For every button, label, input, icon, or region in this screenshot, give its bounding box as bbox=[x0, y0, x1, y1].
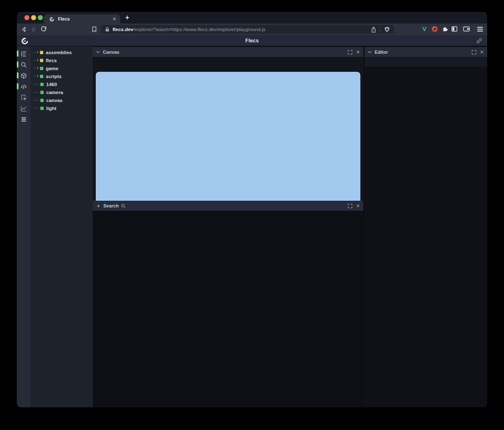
search-icon bbox=[21, 62, 27, 68]
window-close-button[interactable] bbox=[24, 15, 29, 20]
app-header: Flecs bbox=[17, 35, 487, 46]
entity-color-square bbox=[40, 75, 43, 78]
share-icon[interactable] bbox=[371, 26, 376, 33]
canvas-panel-content bbox=[93, 58, 363, 201]
tree-item-label[interactable]: camera bbox=[46, 90, 63, 95]
brave-shield-icon[interactable] bbox=[384, 26, 390, 33]
tree-guide-line bbox=[33, 68, 36, 68]
expand-chevron-icon[interactable]: › bbox=[36, 50, 39, 54]
vue-devtools-icon[interactable]: V bbox=[421, 26, 428, 33]
activity-bar bbox=[17, 46, 31, 407]
url-divider: | bbox=[380, 26, 381, 32]
window-zoom-button[interactable] bbox=[38, 15, 43, 20]
sidebar-toggle-icon[interactable] bbox=[451, 26, 458, 32]
activity-item-entities[interactable] bbox=[17, 70, 31, 81]
wallet-icon[interactable] bbox=[463, 26, 470, 32]
collapse-chevron-icon[interactable] bbox=[368, 51, 372, 53]
tree-item-assemblies[interactable]: › assemblies bbox=[31, 48, 93, 56]
extension-red-icon[interactable] bbox=[431, 26, 438, 32]
close-icon[interactable]: ✕ bbox=[480, 50, 484, 55]
activity-item-outline[interactable] bbox=[17, 48, 31, 59]
tab-title: Flecs bbox=[58, 16, 70, 21]
lock-icon bbox=[105, 27, 110, 32]
close-icon[interactable]: ✕ bbox=[356, 204, 360, 208]
forward-button[interactable] bbox=[31, 26, 37, 33]
tree-item-label[interactable]: 1460 bbox=[46, 82, 57, 87]
activity-item-stats[interactable] bbox=[17, 114, 31, 125]
tree-item-light[interactable]: light bbox=[31, 104, 93, 112]
url-domain: flecs.dev bbox=[113, 27, 133, 32]
panel-title: Search bbox=[103, 203, 119, 208]
tree-guide-line bbox=[33, 92, 39, 92]
browser-window: Flecs ✕ + bbox=[17, 12, 487, 407]
tree-guide-line bbox=[33, 76, 36, 76]
tree-item-game[interactable]: › game bbox=[31, 64, 93, 72]
active-indicator bbox=[17, 61, 18, 68]
tree-item-label[interactable]: flecs bbox=[46, 58, 57, 63]
main-area: Canvas ✕ Search bbox=[93, 46, 487, 407]
tree-item-label[interactable]: game bbox=[46, 66, 58, 71]
browser-tab-bar: Flecs ✕ + bbox=[17, 12, 487, 24]
tree-guide-line bbox=[33, 52, 36, 52]
activity-item-code[interactable] bbox=[17, 81, 31, 92]
render-canvas[interactable] bbox=[96, 72, 360, 207]
tree-item-camera[interactable]: camera bbox=[31, 88, 93, 96]
fullscreen-icon[interactable] bbox=[348, 204, 352, 208]
tree-item-scripts[interactable]: › scripts bbox=[31, 72, 93, 80]
url-path: /explorer/?wasm=https://www.flecs.dev/ex… bbox=[133, 27, 265, 32]
entity-tree-panel: › assemblies › flecs › game bbox=[31, 46, 93, 407]
search-magnifier-icon bbox=[121, 204, 126, 208]
browser-tab[interactable]: Flecs ✕ bbox=[44, 14, 120, 24]
window-minimize-button[interactable] bbox=[31, 15, 36, 20]
search-panel-header: Search ✕ bbox=[93, 201, 363, 211]
tree-item-label[interactable]: scripts bbox=[46, 74, 62, 79]
tree-item-1460[interactable]: 1460 bbox=[31, 80, 93, 88]
tree-item-flecs[interactable]: › flecs bbox=[31, 56, 93, 64]
flecs-favicon-icon bbox=[49, 16, 55, 22]
cube-icon bbox=[21, 73, 27, 79]
permalink-icon[interactable] bbox=[476, 38, 482, 44]
entity-color-square bbox=[40, 67, 43, 70]
entity-color-square bbox=[40, 83, 44, 86]
tree-guide-line bbox=[33, 60, 36, 60]
panel-title: Editor bbox=[375, 50, 388, 55]
reload-button[interactable] bbox=[40, 26, 47, 33]
tree-item-canvas[interactable]: canvas bbox=[31, 96, 93, 104]
back-button[interactable] bbox=[21, 26, 27, 33]
tree-item-label[interactable]: canvas bbox=[46, 98, 63, 103]
expand-chevron-icon[interactable]: › bbox=[36, 58, 39, 62]
screen: Flecs ✕ + bbox=[0, 0, 504, 430]
tree-guide-line bbox=[33, 84, 39, 84]
tree-item-label[interactable]: assemblies bbox=[46, 50, 72, 55]
tab-close-icon[interactable]: ✕ bbox=[113, 17, 116, 21]
url-bar[interactable]: flecs.dev/explorer/?wasm=https://www.fle… bbox=[101, 25, 394, 34]
inspect-cursor-icon bbox=[21, 94, 27, 101]
collapse-chevron-icon[interactable] bbox=[96, 51, 100, 53]
close-icon[interactable]: ✕ bbox=[356, 50, 360, 55]
activity-item-inspect[interactable] bbox=[17, 92, 31, 103]
tree-guide-line bbox=[33, 108, 39, 108]
code-icon bbox=[21, 84, 27, 90]
entity-color-square bbox=[40, 59, 43, 62]
menu-icon[interactable] bbox=[477, 26, 483, 32]
collapsed-bullet-icon[interactable] bbox=[97, 205, 100, 207]
fullscreen-icon[interactable] bbox=[472, 50, 476, 55]
activity-item-charts[interactable] bbox=[17, 103, 31, 114]
expand-chevron-icon[interactable]: › bbox=[36, 74, 39, 78]
editor-panel-header: Editor ✕ bbox=[365, 47, 487, 58]
url-text: flecs.dev/explorer/?wasm=https://www.fle… bbox=[113, 27, 265, 32]
tree-item-label[interactable]: light bbox=[46, 106, 56, 111]
page-title: Flecs bbox=[17, 35, 487, 46]
outline-tree-icon bbox=[21, 51, 27, 57]
editor-input-line[interactable] bbox=[365, 58, 487, 67]
activity-item-search[interactable] bbox=[17, 59, 31, 70]
stats-rows-icon bbox=[21, 116, 27, 123]
fullscreen-icon[interactable] bbox=[348, 50, 352, 55]
line-chart-icon bbox=[21, 105, 27, 112]
bookmark-icon[interactable] bbox=[91, 26, 97, 33]
entity-color-square bbox=[40, 99, 44, 102]
expand-chevron-icon[interactable]: › bbox=[36, 66, 39, 70]
extensions-puzzle-icon[interactable] bbox=[441, 26, 448, 32]
new-tab-button[interactable]: + bbox=[123, 13, 132, 22]
panel-title: Canvas bbox=[103, 50, 119, 55]
